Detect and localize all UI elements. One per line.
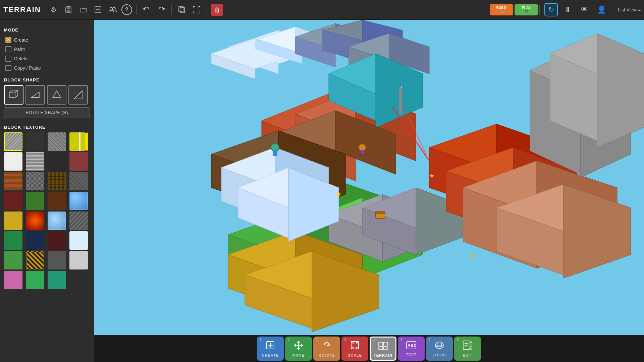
texture-white-med[interactable] [69,251,88,269]
mode-paint-checkbox [5,46,11,52]
help-icon[interactable]: ? [121,4,132,15]
shape-cube-button[interactable] [4,85,23,105]
texture-gray4[interactable] [48,251,66,269]
shape-wedge-button[interactable] [47,85,66,105]
tool-logic-icon [434,341,444,352]
shape-slope-button[interactable] [68,85,88,105]
bottom-toolbar: 1 CREATE 2 MOVE 3 [94,335,644,362]
svg-rect-108 [379,347,383,350]
top-right-controls: ↻ ⏸ 👁 👤 List View ≡ [538,3,641,16]
play-gamepad-icon: 🎮 [524,10,528,13]
texture-gray-stone[interactable] [69,172,88,190]
texture-checker[interactable] [26,172,44,190]
toolbar-separator-4 [539,5,540,15]
texture-snow[interactable] [69,231,88,250]
tool-edit-button[interactable]: 8 EDIT [454,337,481,361]
texture-lava[interactable] [26,212,44,230]
texture-fence[interactable] [48,172,66,190]
texture-line-gray[interactable] [26,152,44,171]
texture-dark-red2[interactable] [48,231,66,250]
main-canvas[interactable]: ★ ★ ★ [94,20,644,335]
svg-rect-2 [67,10,70,12]
svg-rect-106 [379,342,383,346]
rotate-shape-button[interactable]: ROTATE SHAPE (R) [4,107,90,118]
team-icon[interactable] [107,4,119,16]
add-icon[interactable] [92,4,104,16]
app-title: TERRAIN [3,5,41,14]
svg-line-17 [74,91,82,99]
texture-ice-blue[interactable] [48,212,66,230]
texture-dark-red[interactable] [4,192,22,210]
tool-scale-icon [350,340,360,353]
texture-yellow[interactable] [4,212,22,230]
svg-rect-10 [10,92,15,98]
texture-stone[interactable] [69,212,88,230]
game-scene: ★ ★ ★ [94,20,644,335]
mode-paint-label: Paint [14,47,25,52]
mode-copy-paste-label: Copy / Paste [14,65,41,71]
tool-terrain-number: 5 [373,339,375,343]
mode-paint[interactable]: Paint [4,45,90,54]
delete-icon[interactable]: 🗑 [211,4,223,16]
tool-terrain-icon [378,340,388,353]
settings-icon[interactable]: ⚙ [48,4,60,16]
tool-terrain-label: TERRAIN [374,353,392,357]
mode-delete[interactable]: Delete [4,54,90,63]
texture-green3[interactable] [4,251,22,269]
build-wrench-icon: 🔧 [499,10,503,13]
texture-dark-blue[interactable] [26,231,44,250]
svg-point-7 [113,7,115,10]
tool-rotate-button[interactable]: 3 ROTATE [313,337,340,361]
mode-copy-paste[interactable]: Copy / Paste [4,63,90,73]
texture-teal[interactable] [48,271,66,289]
texture-red[interactable] [69,152,88,171]
tool-text-label: TEXT [406,353,417,357]
svg-rect-107 [383,342,387,346]
texture-gray-light[interactable] [4,132,22,151]
tool-move-button[interactable]: 2 MOVE [285,337,312,361]
undo-icon[interactable] [141,4,153,16]
redo-icon[interactable] [155,4,167,16]
texture-dark[interactable] [26,132,44,151]
shape-buttons [4,85,90,105]
pause-icon[interactable]: ⏸ [561,3,575,16]
texture-striped-warn[interactable] [26,251,44,269]
tool-scale-button[interactable]: 4 SCALE [341,337,368,361]
expand-icon[interactable] [191,4,203,16]
chest-lid-1 [376,211,385,214]
texture-brick[interactable] [4,172,22,190]
mode-delete-label: Delete [14,56,28,61]
tool-logic-button[interactable]: 7 LOGIC [426,337,453,361]
texture-green[interactable] [26,192,44,210]
tool-create-button[interactable]: 1 CREATE [257,337,284,361]
texture-gray-med[interactable] [48,132,66,151]
tool-logic-number: 7 [429,338,431,342]
texture-brown[interactable] [48,192,66,210]
texture-blue-ice[interactable] [69,192,88,210]
tool-edit-label: EDIT [463,353,472,357]
build-button[interactable]: BUILD 🔧 [490,4,513,15]
play-button[interactable]: PLAY 🎮 [515,4,538,15]
mode-create[interactable]: ✕ Create [4,35,90,45]
mode-create-label: Create [14,37,28,43]
texture-green4[interactable] [26,271,44,289]
shape-ramp-button[interactable] [25,85,45,105]
eye-icon[interactable]: 👁 [578,3,591,16]
svg-text:ABC: ABC [408,343,417,348]
copy-icon[interactable] [176,4,188,16]
toolbar-separator-3 [207,5,207,15]
texture-white-stripe[interactable] [4,152,22,171]
tool-terrain-button[interactable]: 5 TERRAIN [370,337,396,361]
refresh-icon[interactable]: ↻ [544,3,558,16]
folder-icon[interactable] [77,4,89,16]
texture-pink[interactable] [4,271,22,289]
tool-text-button[interactable]: 6 ABC TEXT [398,337,425,361]
texture-dark2[interactable] [48,152,66,171]
save-icon[interactable] [62,4,74,16]
texture-green2[interactable] [4,231,22,250]
tool-edit-number: 8 [457,338,459,342]
list-view-button[interactable]: List View ≡ [618,7,641,12]
user-icon[interactable]: 👤 [595,3,608,16]
texture-yellow-bar[interactable] [69,132,88,151]
svg-marker-13 [31,92,39,98]
